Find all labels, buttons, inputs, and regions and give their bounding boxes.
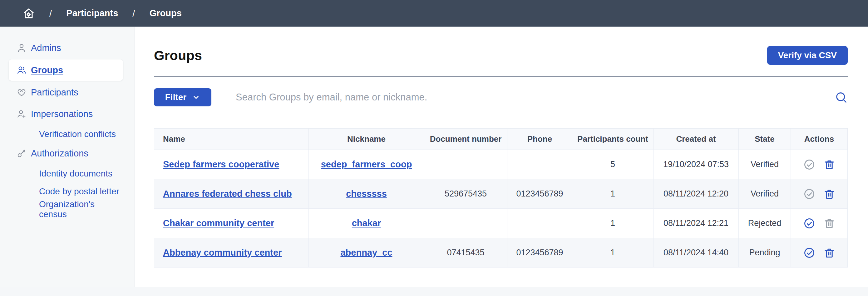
breadcrumb-separator: / bbox=[132, 8, 135, 19]
cell-name: Chakar community center bbox=[154, 209, 309, 238]
sidebar-item-authorizations[interactable]: Authorizations bbox=[9, 143, 123, 163]
verify-action-button bbox=[803, 188, 815, 200]
name-link[interactable]: Annares federated chess club bbox=[163, 189, 292, 199]
trash-icon bbox=[823, 217, 835, 230]
home-gear-icon[interactable] bbox=[23, 7, 35, 20]
breadcrumb-item-participants[interactable]: Participants bbox=[66, 8, 118, 19]
sidebar-item-label: Identity documents bbox=[39, 169, 113, 179]
cell-created_at: 19/10/2024 07:53 bbox=[653, 150, 739, 179]
sidebar-item-label: Code by postal letter bbox=[39, 187, 119, 196]
cell-state: Pending bbox=[739, 238, 791, 268]
filter-button[interactable]: Filter bbox=[154, 88, 211, 106]
sidebar-nav: AdminsGroupsParticipantsImpersonationsVe… bbox=[0, 38, 134, 218]
column-header-document-number: Document number bbox=[424, 129, 507, 150]
sidebar-item-verification-conflicts[interactable]: Verification conflicts bbox=[9, 126, 123, 143]
check-circle-icon bbox=[803, 159, 815, 170]
cell-state: Verified bbox=[739, 179, 791, 209]
cell-phone bbox=[507, 150, 572, 179]
cell-document_number bbox=[424, 209, 507, 238]
sidebar-item-label: Groups bbox=[31, 65, 63, 75]
cell-nickname: abennay_cc bbox=[309, 238, 424, 268]
cell-document_number: 07415435 bbox=[424, 238, 507, 268]
title-divider bbox=[154, 76, 848, 77]
user-icon bbox=[17, 43, 27, 53]
cell-participants_count: 5 bbox=[572, 150, 653, 179]
sidebar-item-groups[interactable]: Groups bbox=[9, 59, 123, 81]
check-circle-icon bbox=[803, 188, 815, 200]
sidebar-item-label: Authorizations bbox=[31, 148, 88, 159]
sidebar-item-impersonations[interactable]: Impersonations bbox=[9, 104, 123, 124]
user-add-icon bbox=[17, 109, 27, 119]
search-button[interactable] bbox=[835, 91, 848, 104]
search-icon bbox=[835, 91, 848, 104]
cell-name: Abbenay community center bbox=[154, 238, 309, 268]
sidebar-item-identity-documents[interactable]: Identity documents bbox=[9, 165, 123, 182]
sidebar-item-label: Participants bbox=[31, 87, 79, 98]
cell-participants_count: 1 bbox=[572, 238, 653, 268]
breadcrumb-item-groups[interactable]: Groups bbox=[150, 8, 182, 19]
delete-action-button[interactable] bbox=[823, 159, 835, 170]
cell-document_number: 529675435 bbox=[424, 179, 507, 209]
sidebar-item-code-by-postal-letter[interactable]: Code by postal letter bbox=[9, 183, 123, 200]
delete-action-button[interactable] bbox=[823, 247, 835, 259]
trash-icon bbox=[823, 159, 835, 170]
table-header-row: NameNicknameDocument numberPhoneParticip… bbox=[154, 129, 848, 150]
cell-participants_count: 1 bbox=[572, 209, 653, 238]
sidebar-item-organization-s-census[interactable]: Organization's census bbox=[9, 200, 123, 218]
column-header-name: Name bbox=[154, 129, 309, 150]
cell-created_at: 08/11/2024 12:21 bbox=[653, 209, 739, 238]
name-link[interactable]: Sedep farmers cooperative bbox=[163, 159, 279, 169]
breadcrumb: /Participants/Groups bbox=[49, 8, 182, 19]
cell-nickname: sedep_farmers_coop bbox=[309, 150, 424, 179]
verify-action-button[interactable] bbox=[803, 247, 815, 259]
search-input[interactable] bbox=[211, 91, 835, 103]
cell-name: Annares federated chess club bbox=[154, 179, 309, 209]
nickname-link[interactable]: chesssss bbox=[346, 189, 387, 199]
table-row: Chakar community centerchakar108/11/2024… bbox=[154, 209, 848, 238]
cell-state: Verified bbox=[739, 150, 791, 179]
check-circle-icon bbox=[803, 217, 815, 230]
verify-action-button bbox=[803, 159, 815, 170]
filter-button-label: Filter bbox=[165, 92, 186, 102]
sidebar: AdminsGroupsParticipantsImpersonationsVe… bbox=[0, 27, 134, 287]
delete-action-button[interactable] bbox=[823, 188, 835, 200]
table-row: Annares federated chess clubchesssss5296… bbox=[154, 179, 848, 209]
hand-heart-icon bbox=[17, 87, 27, 97]
name-link[interactable]: Abbenay community center bbox=[163, 247, 282, 258]
trash-icon bbox=[823, 188, 835, 200]
verify-via-csv-button[interactable]: Verify via CSV bbox=[767, 46, 848, 65]
cell-phone bbox=[507, 209, 572, 238]
check-circle-icon bbox=[803, 247, 815, 259]
group-icon bbox=[17, 65, 27, 75]
cell-phone: 0123456789 bbox=[507, 238, 572, 268]
column-header-actions: Actions bbox=[791, 129, 848, 150]
column-header-created-at: Created at bbox=[653, 129, 739, 150]
chevron-down-icon bbox=[192, 93, 200, 101]
column-header-nickname: Nickname bbox=[309, 129, 424, 150]
column-header-phone: Phone bbox=[507, 129, 572, 150]
name-link[interactable]: Chakar community center bbox=[163, 218, 274, 228]
cell-actions bbox=[791, 238, 848, 268]
trash-icon bbox=[823, 247, 835, 259]
cell-actions bbox=[791, 179, 848, 209]
delete-action-button bbox=[823, 217, 835, 230]
sidebar-item-label: Verification conflicts bbox=[39, 129, 116, 139]
sidebar-item-label: Admins bbox=[31, 43, 61, 53]
verify-action-button[interactable] bbox=[803, 217, 815, 230]
nickname-link[interactable]: chakar bbox=[352, 218, 381, 228]
cell-actions bbox=[791, 209, 848, 238]
footer-strip bbox=[0, 287, 868, 296]
cell-state: Rejected bbox=[739, 209, 791, 238]
cell-created_at: 08/11/2024 14:40 bbox=[653, 238, 739, 268]
table-row: Sedep farmers cooperativesedep_farmers_c… bbox=[154, 150, 848, 179]
key-icon bbox=[17, 148, 27, 158]
sidebar-item-label: Organization's census bbox=[39, 199, 123, 219]
cell-created_at: 08/11/2024 12:20 bbox=[653, 179, 739, 209]
nickname-link[interactable]: abennay_cc bbox=[340, 247, 392, 258]
main-content: Groups Verify via CSV Filter NameNicknam… bbox=[134, 27, 868, 287]
sidebar-item-admins[interactable]: Admins bbox=[9, 38, 123, 58]
table-row: Abbenay community centerabennay_cc074154… bbox=[154, 238, 848, 268]
nickname-link[interactable]: sedep_farmers_coop bbox=[321, 159, 412, 169]
sidebar-item-participants[interactable]: Participants bbox=[9, 82, 123, 102]
cell-nickname: chesssss bbox=[309, 179, 424, 209]
